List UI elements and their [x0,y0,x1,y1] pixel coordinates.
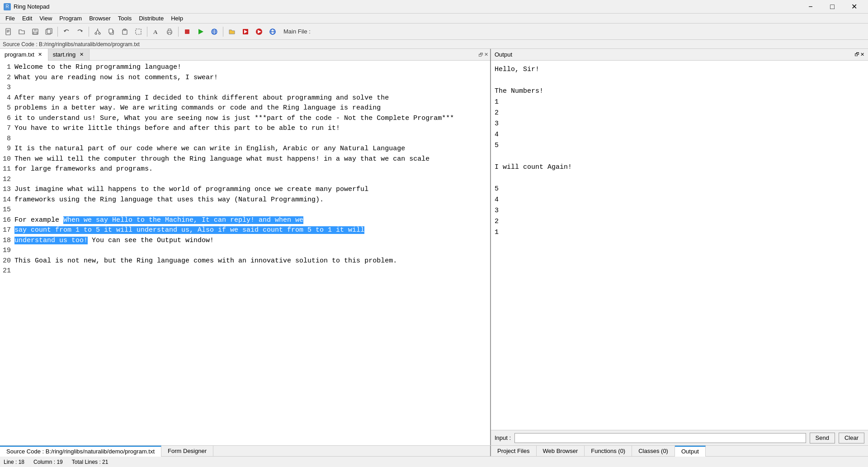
output-line: 5 [495,140,864,151]
line-number: 17 [2,225,14,236]
minimize-button[interactable]: − [800,0,821,14]
menu-tools[interactable]: Tools [114,14,135,23]
select-all-button[interactable] [132,25,145,38]
output-line [495,75,864,86]
menu-browser[interactable]: Browser [85,14,114,23]
svg-rect-16 [109,29,113,33]
bottom-tab-classes[interactable]: Classes (0) [632,446,675,457]
bottom-tab-form-designer[interactable]: Form Designer [161,446,213,457]
play-forward-button[interactable] [253,25,265,38]
title-bar-left: R Ring Notepad [4,3,50,10]
svg-marker-24 [198,29,203,34]
line-number: 18 [2,236,14,246]
copy-button[interactable] [105,25,118,38]
main-file-label: Main File : [283,28,311,35]
code-line: 11for large frameworks and programs. [0,164,490,175]
line-content [14,246,488,256]
line-number: 12 [2,175,14,185]
browser-button[interactable] [208,25,221,38]
run-button[interactable] [194,25,207,38]
line-number: 1 [2,62,14,73]
editor-bottom-tabs: Source Code : B:/ring/ringlibs/naturalib… [0,446,491,456]
line-content: You have to write little things before a… [14,124,488,134]
menu-program[interactable]: Program [56,14,85,23]
editor-pane-icons: 🗗 ✕ [478,52,490,57]
output-content: Hello, Sir! The Numbers!12345 I will cou… [491,61,868,430]
line-number: 10 [2,154,14,165]
undo-button[interactable] [60,25,73,38]
status-column: Column : 19 [33,459,63,465]
line-number: 8 [2,134,14,144]
cut-button[interactable] [91,25,104,38]
toolbar-sep-4 [178,27,179,37]
save-button[interactable] [29,25,42,38]
bottom-tab-output[interactable]: Output [675,446,706,457]
svg-rect-18 [123,29,126,30]
output-line: The Numbers! [495,86,864,97]
app-title: Ring Notepad [14,3,50,10]
run2-button[interactable] [239,25,252,38]
code-line: 9It is the natural part of our code wher… [0,144,490,154]
globe-button[interactable] [266,25,279,38]
line-content [14,266,488,276]
menu-file[interactable]: File [2,14,19,23]
code-editor[interactable]: 1Welcome to the Ring programming languag… [0,61,490,445]
close-button[interactable]: ✕ [844,0,864,14]
new-button[interactable] [2,25,14,38]
output-line: 3 [495,205,864,216]
bottom-tab-project-files[interactable]: Project Files [491,446,537,457]
code-line: 19 [0,246,490,256]
output-title: Output [495,51,512,58]
maximize-button[interactable]: □ [822,0,843,14]
bottom-tab-source[interactable]: Source Code : B:/ring/ringlibs/naturalib… [0,446,161,457]
menu-edit[interactable]: Edit [19,14,36,23]
send-button[interactable]: Send [810,433,835,443]
font-button[interactable]: A [150,25,162,38]
input-field[interactable] [514,433,806,443]
open-folder-button[interactable] [226,25,238,38]
save-all-button[interactable] [42,25,55,38]
line-number: 14 [2,195,14,205]
tab-close-start[interactable]: ✕ [78,51,85,57]
input-bar: Input : Send Clear [491,430,868,445]
input-label: Input : [495,434,511,441]
line-content: For example When we say Hello to the Mac… [14,215,488,226]
output-line: 4 [495,129,864,140]
bottom-tab-web-browser[interactable]: Web Browser [537,446,585,457]
line-number: 7 [2,124,14,134]
source-path-text: Source Code : B:/ring/ringlibs/naturalib… [3,41,140,48]
editor-tabs-bar: program.txt ✕ start.ring ✕ 🗗 ✕ [0,49,490,61]
tab-program-txt[interactable]: program.txt ✕ [0,49,48,61]
menu-bar: File Edit View Program Browser Tools Dis… [0,14,868,24]
clear-button[interactable]: Clear [839,433,864,443]
code-line: 18understand us too! You can see the Out… [0,236,490,246]
menu-view[interactable]: View [36,14,56,23]
bottom-area: Source Code : B:/ring/ringlibs/naturalib… [0,445,868,456]
menu-distribute[interactable]: Distribute [135,14,167,23]
svg-rect-19 [136,29,141,34]
code-line: 13Just imagine what will happens to the … [0,185,490,195]
line-content: for large frameworks and programs. [14,164,488,175]
line-number: 2 [2,73,14,83]
redo-button[interactable] [74,25,86,38]
menu-help[interactable]: Help [167,14,187,23]
svg-line-13 [98,30,99,33]
paste-button[interactable] [118,25,131,38]
stop-button[interactable] [181,25,193,38]
print-button[interactable] [163,25,176,38]
output-line: 4 [495,195,864,205]
bottom-tab-functions[interactable]: Functions (0) [585,446,632,457]
line-number: 19 [2,246,14,256]
open-button[interactable] [15,25,28,38]
toolbar-sep-1 [57,27,58,37]
line-content: Just imagine what will happens to the wo… [14,185,488,195]
status-total-lines: Total Lines : 21 [72,459,108,465]
svg-rect-22 [168,33,171,34]
svg-point-10 [95,33,97,34]
code-line: 6it to understand us! Sure, What you are… [0,114,490,124]
svg-rect-6 [33,32,37,34]
code-line: 5problems in a better way. We are writin… [0,103,490,114]
tab-close-program[interactable]: ✕ [37,52,43,58]
tab-start-ring[interactable]: start.ring ✕ [48,49,90,61]
line-content: understand us too! You can see the Outpu… [14,236,488,246]
